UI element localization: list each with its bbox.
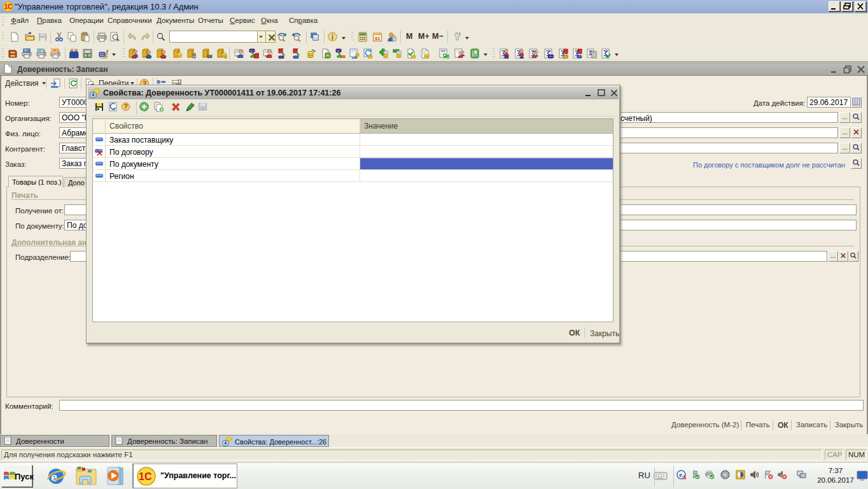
svg-text:$: $ <box>87 53 89 57</box>
svg-text:31: 31 <box>375 36 381 41</box>
svg-text:e: e <box>51 469 57 485</box>
svg-text:ОК: ОК <box>200 106 206 110</box>
svg-text:1С: 1С <box>139 471 152 482</box>
svg-text:1С: 1С <box>4 3 13 10</box>
svg-text:!: ! <box>683 476 685 480</box>
svg-text:e: e <box>679 471 682 478</box>
